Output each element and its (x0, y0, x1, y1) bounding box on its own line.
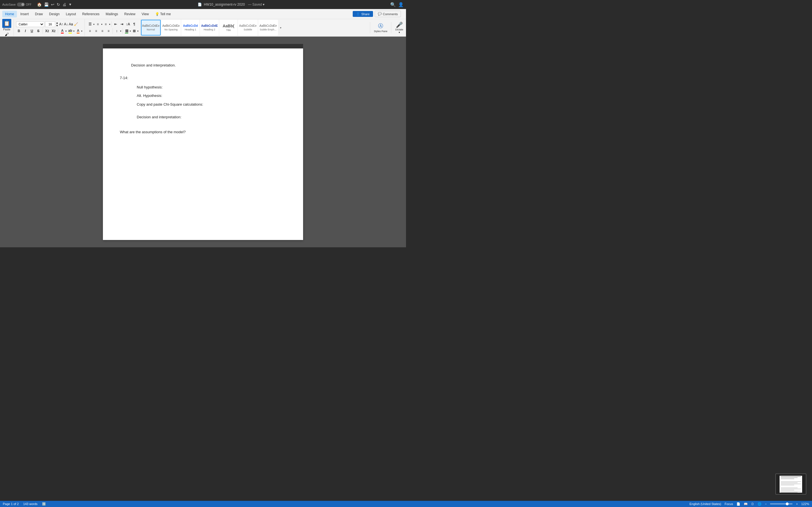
toggle-knob (21, 3, 24, 6)
paste-icon[interactable]: 📋 (2, 19, 11, 28)
font-color-dropdown[interactable]: ▾ (65, 30, 66, 33)
text-color-button[interactable]: A (75, 28, 81, 34)
menu-references[interactable]: References (79, 11, 102, 17)
decrease-indent-button[interactable]: ⇤ (113, 21, 118, 27)
italic-button[interactable]: I (22, 28, 28, 34)
bullets-button[interactable]: ☰ (87, 21, 93, 27)
font-color-button[interactable]: A (59, 28, 65, 34)
align-left-button[interactable]: ≡ (87, 28, 93, 34)
text-color-dropdown[interactable]: ▾ (81, 30, 82, 33)
shading-button[interactable]: ▨ (124, 28, 130, 34)
menu-view[interactable]: View (139, 11, 152, 17)
align-center-button[interactable]: ≡ (93, 28, 99, 34)
assumptions-line: What are the assumptions of the model? (120, 129, 286, 135)
multilevel-dropdown[interactable]: ▾ (109, 23, 110, 25)
menu-mailings[interactable]: Mailings (103, 11, 121, 17)
superscript-button[interactable]: X2 (51, 28, 56, 34)
align-divider (112, 28, 113, 34)
shading-dropdown[interactable]: ▾ (130, 30, 131, 33)
style-heading2[interactable]: AaBbCcDdE Heading 2 (200, 20, 219, 36)
increase-indent-button[interactable]: ⇥ (119, 21, 124, 27)
align-justify-button[interactable]: ≡ (106, 28, 111, 34)
search-icon[interactable]: 🔍 (390, 2, 396, 7)
gallery-scroll-arrow[interactable]: ▾ (278, 20, 283, 36)
comments-button[interactable]: 💬 Comments (375, 11, 401, 17)
show-formatting-button[interactable]: ¶ (132, 21, 137, 27)
lightbulb-icon: 💡 (155, 12, 159, 16)
highlight-dropdown[interactable]: ▾ (73, 30, 74, 33)
menu-draw[interactable]: Draw (32, 11, 46, 17)
decision-interpretation-line: Decision and interpretation: (137, 114, 286, 120)
save-dropdown-icon[interactable]: ▾ (263, 3, 264, 6)
style-subtle-emphasis[interactable]: AaBbCcDdEe Subtle Emph... (258, 20, 278, 36)
user-icon[interactable]: 👤 (398, 2, 404, 7)
numbering-button[interactable]: ≡ (95, 21, 101, 27)
underline-button[interactable]: U (29, 28, 35, 34)
borders-dropdown[interactable]: ▾ (137, 30, 139, 33)
menu-review[interactable]: Review (121, 11, 138, 17)
font-size-input[interactable] (45, 21, 55, 27)
title-bar: AutoSave OFF 🏠 💾 ↩ ↻ 🖨 ▼ 📄 HW10_assignme… (0, 0, 406, 9)
document-page[interactable]: Decision and interpretation. 7-14: Null … (103, 48, 303, 240)
menu-home[interactable]: Home (2, 11, 17, 17)
dictate-icon: 🎤 (396, 21, 403, 28)
font-size-grow[interactable]: A↑ (59, 22, 63, 26)
null-hypothesis-line: Null hypothesis: (137, 84, 286, 91)
print-icon[interactable]: 🖨 (62, 2, 66, 7)
share-button[interactable]: 👤 Share (353, 11, 373, 17)
sort-button[interactable]: ↕A (125, 21, 131, 27)
font-size-increase[interactable]: ▲ (56, 22, 58, 24)
document-content: Decision and interpretation. 7-14: Null … (120, 62, 286, 135)
bullets-dropdown[interactable]: ▾ (93, 23, 94, 25)
document-area: Decision and interpretation. 7-14: Null … (0, 37, 406, 247)
style-title[interactable]: AaBb( Title (219, 20, 238, 36)
menu-bar: Home Insert Draw Design Layout Reference… (0, 9, 406, 19)
section-714: 7-14: (120, 75, 286, 81)
multilevel-button[interactable]: ≡ (103, 21, 109, 27)
document-title: HW10_assignment-rv 2020 (204, 3, 245, 6)
autosave-toggle[interactable] (17, 3, 25, 6)
line-spacing-button[interactable]: ↕ (114, 28, 119, 34)
redo-icon[interactable]: ↻ (57, 2, 60, 7)
format-painter-icon[interactable]: 🖌 (5, 32, 9, 37)
dictate-label: Dictate (395, 28, 403, 31)
styles-gallery: AaBbCcDdEe Normal AaBbCcDdEe No Spacing … (141, 20, 369, 36)
style-subtitle[interactable]: AaBbCcDdEe Subtitle (238, 20, 258, 36)
font-size-shrink[interactable]: A↓ (64, 22, 68, 26)
doc-icon: 📄 (198, 3, 202, 6)
home-icon: 🏠 (37, 2, 42, 7)
menu-tell-me[interactable]: 💡 Tell me (152, 11, 174, 17)
highlight-button[interactable]: ab (67, 28, 73, 34)
styles-pane-label: Styles Pane (374, 30, 388, 33)
menu-insert[interactable]: Insert (17, 11, 32, 17)
comment-icon: 💬 (378, 12, 382, 16)
title-bar-center: 📄 HW10_assignment-rv 2020 — Saved ▾ (72, 3, 390, 6)
copy-paste-line: Copy and paste Chi-Square calculations: (137, 102, 286, 108)
style-no-spacing[interactable]: AaBbCcDdEe No Spacing (161, 20, 181, 36)
menu-design[interactable]: Design (46, 11, 62, 17)
borders-button[interactable]: ⊞ (132, 28, 137, 34)
autosave-state: OFF (26, 3, 32, 6)
font-family-select[interactable]: Calibri (16, 21, 44, 27)
styles-pane-button[interactable]: Ⓐ Styles Pane (371, 20, 390, 36)
font-size-decrease[interactable]: ▼ (56, 24, 58, 27)
strikethrough-button[interactable]: S (36, 28, 41, 34)
dictate-dropdown[interactable]: ▾ (399, 31, 400, 34)
menu-layout[interactable]: Layout (63, 11, 79, 17)
undo-icon[interactable]: ↩ (51, 2, 54, 7)
numbering-dropdown[interactable]: ▾ (101, 23, 102, 25)
bold-button[interactable]: B (16, 28, 22, 34)
style-preview-normal: AaBbCcDdEe (142, 24, 160, 27)
align-right-button[interactable]: ≡ (100, 28, 105, 34)
style-normal[interactable]: AaBbCcDdEe Normal (141, 20, 161, 36)
subscript-button[interactable]: X2 (44, 28, 50, 34)
more-icon[interactable]: ▼ (68, 3, 72, 6)
font-row2: B I U S X2 X2 A ▾ ab ▾ (16, 28, 82, 34)
style-heading1[interactable]: AaBbCcDd Heading 1 (181, 20, 199, 36)
dictate-button[interactable]: 🎤 Dictate ▾ (393, 20, 406, 36)
save-icon[interactable]: 💾 (44, 2, 49, 7)
font-case-icon[interactable]: Aa (69, 22, 73, 26)
autosave-section: AutoSave OFF (2, 3, 32, 6)
clear-formatting-icon[interactable]: 🧹 (74, 22, 78, 26)
line-spacing-dropdown[interactable]: ▾ (120, 30, 121, 33)
